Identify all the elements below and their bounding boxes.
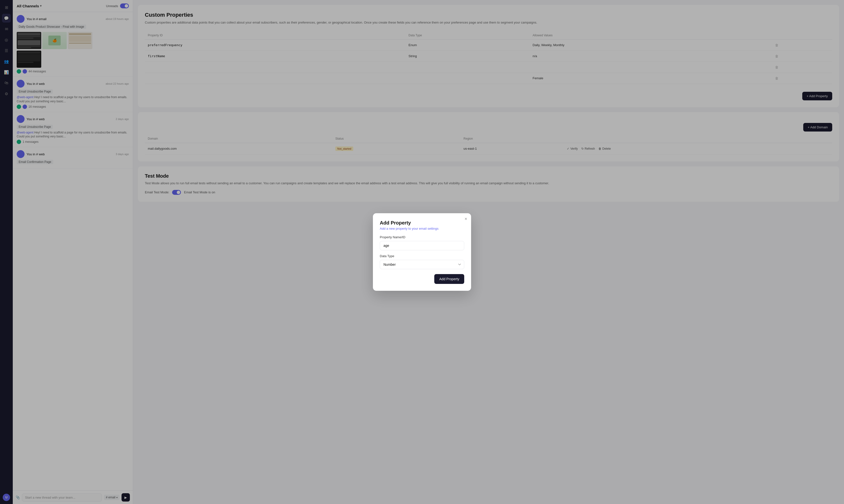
property-name-label: Property Name/ID: [380, 235, 464, 239]
modal-overlay[interactable]: × Add Property Add a new property to you…: [0, 0, 844, 504]
data-type-label: Data Type: [380, 254, 464, 258]
modal-subtitle: Add a new property to your email setting…: [380, 227, 464, 230]
modal-submit-button[interactable]: Add Property: [434, 274, 464, 284]
add-property-modal: × Add Property Add a new property to you…: [373, 213, 471, 291]
modal-title: Add Property: [380, 220, 464, 226]
property-name-input[interactable]: [380, 241, 464, 250]
modal-close-button[interactable]: ×: [464, 217, 467, 221]
data-type-select[interactable]: String Number Enum Boolean: [380, 260, 464, 269]
